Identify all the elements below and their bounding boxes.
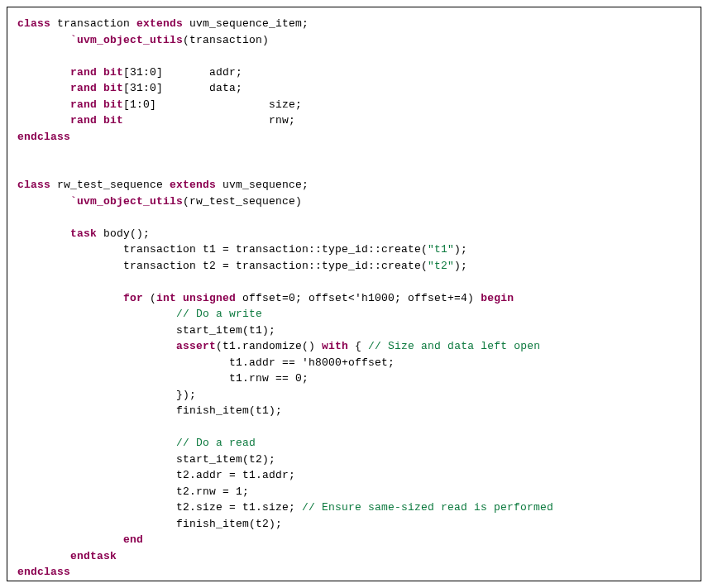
code-line: [17, 145, 691, 161]
code-line: start_item(t1);: [17, 323, 691, 339]
code-line: [17, 209, 691, 226]
code-line: [17, 48, 691, 65]
code-line: t2.rnw = 1;: [17, 484, 691, 500]
code-line: // Do a read: [17, 435, 691, 452]
code-line: endclass: [17, 564, 691, 581]
code-line: start_item(t2);: [17, 452, 691, 468]
code-line: finish_item(t1);: [17, 403, 691, 419]
code-line: task body();: [17, 226, 691, 242]
code-line: t2.size = t1.size; // Ensure same-sized …: [17, 500, 691, 516]
code-line: endtask: [17, 548, 691, 565]
code-line: [17, 419, 691, 436]
code-line: [17, 161, 691, 178]
code-line: `uvm_object_utils(transaction): [17, 32, 691, 49]
code-line: t1.rnw == 0;: [17, 370, 691, 387]
code-line: // Do a write: [17, 306, 691, 323]
code-line: endclass: [17, 129, 691, 146]
code-line: transaction t1 = transaction::type_id::c…: [17, 241, 691, 258]
code-line: rand bit[1:0] size;: [17, 97, 691, 113]
code-line: for (int unsigned offset=0; offset<'h100…: [17, 290, 691, 307]
code-line: class transaction extends uvm_sequence_i…: [17, 16, 691, 32]
code-line: `uvm_object_utils(rw_test_sequence): [17, 194, 691, 210]
code-line: });: [17, 387, 691, 404]
code-block: class transaction extends uvm_sequence_i…: [7, 7, 701, 581]
code-line: t2.addr = t1.addr;: [17, 467, 691, 484]
code-line: rand bit rnw;: [17, 112, 691, 129]
code-line: transaction t2 = transaction::type_id::c…: [17, 258, 691, 275]
code-line: t1.addr == 'h8000+offset;: [17, 355, 691, 371]
code-line: rand bit[31:0] addr;: [17, 65, 691, 81]
code-content: class transaction extends uvm_sequence_i…: [17, 16, 691, 581]
code-line: assert(t1.randomize() with { // Size and…: [17, 338, 691, 355]
code-line: end: [17, 532, 691, 548]
code-line: finish_item(t2);: [17, 516, 691, 533]
code-line: class rw_test_sequence extends uvm_seque…: [17, 177, 691, 194]
code-line: [17, 274, 691, 290]
code-line: rand bit[31:0] data;: [17, 80, 691, 97]
